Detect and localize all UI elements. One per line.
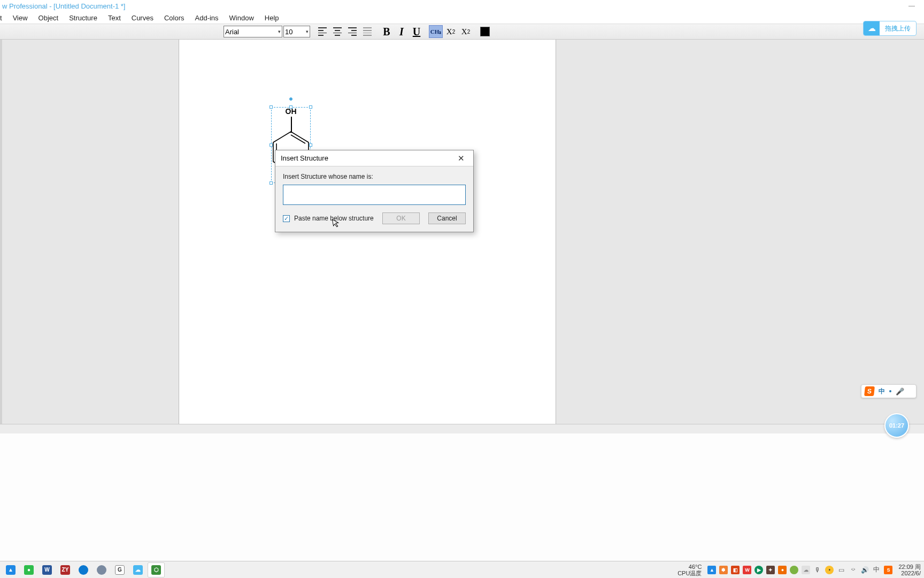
resize-handle-bl[interactable] bbox=[270, 181, 273, 185]
system-tray: ▲ ✽ ◧ W ▶ ✦ ● ☁ 🎙 • ▭ ⌔ 🔊 中 S bbox=[705, 565, 895, 575]
atom-label-oh: OH bbox=[286, 107, 297, 116]
temperature-widget[interactable]: 46°C CPU温度 bbox=[677, 564, 705, 576]
chevron-down-icon: ▾ bbox=[306, 29, 309, 34]
taskbar-app-8[interactable]: ☁ bbox=[129, 562, 147, 577]
taskbar-app-word[interactable]: W bbox=[38, 562, 56, 577]
sogou-logo-icon: S bbox=[864, 386, 875, 396]
paste-name-checkbox[interactable]: ✓ bbox=[283, 215, 290, 222]
bond-line bbox=[291, 117, 292, 132]
align-center-button[interactable] bbox=[330, 25, 344, 38]
tray-icon-2[interactable]: ✽ bbox=[719, 565, 728, 575]
tray-volume-icon[interactable]: 🔊 bbox=[860, 565, 869, 575]
dialog-prompt: Insert Structure whose name is: bbox=[283, 173, 466, 180]
tray-icon-wps[interactable]: W bbox=[742, 565, 752, 575]
menu-item-addins[interactable]: Add-ins bbox=[190, 13, 224, 23]
tray-icon-10[interactable]: • bbox=[825, 565, 834, 575]
title-bar: w Professional - [Untitled Document-1 *]… bbox=[0, 0, 924, 12]
horizontal-scrollbar[interactable] bbox=[0, 424, 924, 434]
tray-icon-1[interactable]: ▲ bbox=[707, 565, 717, 575]
dialog-title: Insert Structure bbox=[281, 154, 328, 162]
bold-button[interactable]: B bbox=[380, 25, 394, 38]
chevron-down-icon: ▾ bbox=[278, 29, 281, 34]
window-controls: — bbox=[899, 0, 924, 12]
superscript-button[interactable]: X2 bbox=[459, 25, 473, 38]
ime-separator-icon bbox=[889, 390, 891, 392]
underline-button[interactable]: U bbox=[410, 25, 424, 38]
menu-item-window[interactable]: Window bbox=[224, 13, 259, 23]
font-family-value: Arial bbox=[225, 28, 239, 36]
rotate-handle[interactable] bbox=[289, 97, 292, 101]
ime-toolbar[interactable]: S 中 🎤 bbox=[861, 384, 917, 398]
minimize-button[interactable]: — bbox=[899, 0, 924, 12]
taskbar-app-1[interactable]: ▲ bbox=[2, 562, 19, 577]
taskbar-app-7[interactable]: G bbox=[111, 562, 128, 577]
taskbar-app-wechat[interactable]: ● bbox=[20, 562, 37, 577]
tray-icon-3[interactable]: ◧ bbox=[730, 565, 740, 575]
paste-name-label: Paste name below structure bbox=[294, 215, 374, 222]
font-family-combo[interactable]: Arial ▾ bbox=[224, 26, 282, 37]
formula-style-button[interactable]: CH₂ bbox=[429, 25, 443, 38]
timer-value: 01:27 bbox=[889, 422, 904, 429]
ok-button[interactable]: OK bbox=[382, 212, 420, 224]
structure-name-input[interactable] bbox=[283, 185, 466, 205]
align-left-button[interactable] bbox=[315, 25, 329, 38]
clock-time: 22:09 bbox=[898, 564, 913, 570]
resize-handle-tl[interactable] bbox=[270, 105, 273, 109]
cancel-button[interactable]: Cancel bbox=[428, 212, 466, 224]
timer-widget[interactable]: 01:27 bbox=[884, 413, 909, 438]
upload-label: 拖拽上传 bbox=[880, 24, 916, 33]
tray-icon-7[interactable]: ● bbox=[777, 565, 787, 575]
tray-icon-mic[interactable]: 🎙 bbox=[813, 565, 822, 575]
menu-item-edit-partial[interactable]: t bbox=[0, 13, 7, 23]
align-justify-button[interactable] bbox=[360, 25, 374, 38]
clock-suffix: 周 bbox=[915, 564, 921, 570]
taskbar-app-6[interactable] bbox=[93, 562, 110, 577]
align-right-button[interactable] bbox=[345, 25, 359, 38]
formatting-toolbar: Arial ▾ 10 ▾ B I U CH₂ X2 X2 ☁ 拖拽上传 bbox=[0, 24, 924, 40]
dialog-titlebar[interactable]: Insert Structure ✕ bbox=[275, 150, 473, 166]
tray-icon-8[interactable] bbox=[789, 565, 799, 575]
taskbar-clock[interactable]: 22:09 周 2022/6/ bbox=[895, 564, 924, 576]
menu-bar: t View Object Structure Text Curves Colo… bbox=[0, 12, 924, 24]
clock-date: 2022/6/ bbox=[898, 570, 921, 576]
taskbar: ▲ ● W ZY G ☁ ⬡ 46°C CPU温度 ▲ ✽ ◧ W ▶ ✦ ● … bbox=[0, 561, 924, 578]
font-size-value: 10 bbox=[285, 28, 292, 36]
taskbar-app-chemdraw[interactable]: ⬡ bbox=[148, 562, 165, 577]
tray-battery-icon[interactable]: ▭ bbox=[836, 565, 846, 575]
tray-wifi-icon[interactable]: ⌔ bbox=[848, 565, 858, 575]
tray-icon-cloud[interactable]: ☁ bbox=[801, 565, 811, 575]
menu-item-curves[interactable]: Curves bbox=[126, 13, 159, 23]
subscript-button[interactable]: X2 bbox=[444, 25, 458, 38]
tray-icon-play[interactable]: ▶ bbox=[754, 565, 764, 575]
temperature-label: CPU温度 bbox=[677, 570, 702, 576]
menu-item-text[interactable]: Text bbox=[103, 13, 126, 23]
italic-button[interactable]: I bbox=[395, 25, 409, 38]
color-picker-button[interactable] bbox=[480, 27, 490, 36]
tray-sogou-icon[interactable]: S bbox=[883, 565, 893, 575]
ime-language[interactable]: 中 bbox=[879, 387, 885, 396]
upload-widget[interactable]: ☁ 拖拽上传 bbox=[863, 21, 917, 36]
taskbar-app-edge[interactable] bbox=[75, 562, 92, 577]
cloud-icon: ☁ bbox=[864, 21, 880, 35]
menu-item-view[interactable]: View bbox=[7, 13, 33, 23]
menu-item-colors[interactable]: Colors bbox=[159, 13, 190, 23]
taskbar-pins: ▲ ● W ZY G ☁ ⬡ bbox=[0, 562, 165, 577]
taskbar-app-zy[interactable]: ZY bbox=[57, 562, 74, 577]
close-button[interactable]: ✕ bbox=[455, 153, 468, 164]
font-size-combo[interactable]: 10 ▾ bbox=[283, 26, 310, 37]
lower-region bbox=[0, 434, 924, 561]
menu-item-object[interactable]: Object bbox=[33, 13, 64, 23]
temperature-value: 46°C bbox=[677, 564, 702, 570]
tray-ime-icon[interactable]: 中 bbox=[872, 565, 881, 575]
tray-icon-6[interactable]: ✦ bbox=[766, 565, 775, 575]
menu-item-help[interactable]: Help bbox=[259, 13, 284, 23]
resize-handle-tr[interactable] bbox=[309, 105, 312, 109]
menu-item-structure[interactable]: Structure bbox=[64, 13, 103, 23]
microphone-icon[interactable]: 🎤 bbox=[896, 387, 904, 396]
insert-structure-dialog: Insert Structure ✕ Insert Structure whos… bbox=[275, 150, 474, 232]
window-title: w Professional - [Untitled Document-1 *] bbox=[2, 2, 125, 10]
